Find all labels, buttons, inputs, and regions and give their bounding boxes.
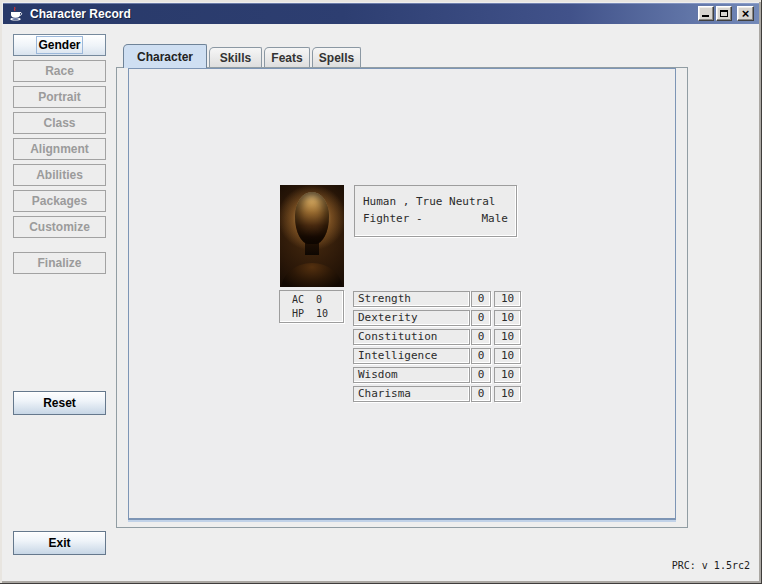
ability-name-cell: Dexterity (353, 310, 470, 326)
ability-name-cell: Intelligence (353, 348, 470, 364)
ability-row-strength: Strength010 (129, 291, 675, 307)
sidebar-button-label: Customize (29, 220, 90, 234)
tab-strip: CharacterSkillsFeatsSpells (123, 44, 363, 67)
character-record-window: Character Record × GenderRacePortraitCla… (0, 0, 762, 584)
ability-row-charisma: Charisma010 (129, 386, 675, 402)
summary-gender: Male (482, 210, 509, 227)
sidebar-button-abilities: Abilities (13, 164, 106, 186)
sidebar-button-packages: Packages (13, 190, 106, 212)
character-summary-box: Human , True Neutral Fighter - Male (354, 185, 517, 237)
sidebar-button-label: Finalize (37, 256, 81, 270)
ability-score-cell: 10 (494, 291, 521, 307)
ability-name-cell: Wisdom (353, 367, 470, 383)
exit-button[interactable]: Exit (13, 531, 106, 555)
ability-score-cell: 10 (494, 310, 521, 326)
ability-name-cell: Constitution (353, 329, 470, 345)
tab-label: Feats (271, 51, 302, 65)
maximize-button[interactable] (716, 6, 732, 21)
sidebar-button-label: Abilities (36, 168, 83, 182)
close-button[interactable]: × (737, 6, 754, 21)
reset-button-label: Reset (43, 396, 76, 410)
ability-score-cell: 10 (494, 348, 521, 364)
ability-row-dexterity: Dexterity010 (129, 310, 675, 326)
sidebar-button-label: Alignment (30, 142, 89, 156)
ability-mod-cell: 0 (471, 386, 491, 402)
ability-mod-cell: 0 (471, 367, 491, 383)
ability-row-constitution: Constitution010 (129, 329, 675, 345)
sidebar-button-customize: Customize (13, 216, 106, 238)
ability-mod-cell: 0 (471, 348, 491, 364)
tab-label: Character (137, 50, 193, 64)
ability-mod-cell: 0 (471, 310, 491, 326)
exit-button-label: Exit (48, 536, 70, 550)
sidebar-button-label: Portrait (38, 90, 81, 104)
sidebar-button-label: Class (43, 116, 75, 130)
minimize-button[interactable] (698, 6, 714, 21)
sidebar-button-portrait: Portrait (13, 86, 106, 108)
sidebar-button-label: Gender (38, 38, 80, 52)
ability-score-cell: 10 (494, 329, 521, 345)
ability-score-cell: 10 (494, 386, 521, 402)
sidebar-button-gender[interactable]: Gender (13, 34, 106, 56)
ability-row-wisdom: Wisdom010 (129, 367, 675, 383)
character-panel: AC0 HP10 Human , True Neutral Fighter - … (128, 68, 676, 520)
window-controls: × (696, 6, 754, 21)
character-portrait-image (280, 185, 344, 287)
minimize-icon (702, 15, 709, 17)
java-coffee-cup-icon (8, 6, 24, 22)
version-label: PRC: v 1.5rc2 (672, 560, 750, 571)
portrait-head-shape (295, 192, 329, 244)
summary-class: Fighter - (363, 210, 423, 227)
maximize-icon (720, 10, 728, 17)
tab-label: Skills (220, 51, 251, 65)
close-icon: × (742, 8, 750, 19)
ability-row-intelligence: Intelligence010 (129, 348, 675, 364)
sidebar-button-label: Packages (32, 194, 87, 208)
tab-character[interactable]: Character (123, 44, 207, 68)
sidebar-button-finalize: Finalize (13, 252, 106, 274)
tab-feats[interactable]: Feats (264, 47, 310, 67)
summary-race-alignment: Human , True Neutral (363, 193, 508, 210)
sidebar-button-alignment: Alignment (13, 138, 106, 160)
reset-button[interactable]: Reset (13, 391, 106, 415)
titlebar[interactable]: Character Record × (3, 3, 759, 24)
ability-name-cell: Charisma (353, 386, 470, 402)
ability-mod-cell: 0 (471, 329, 491, 345)
sidebar-button-label: Race (45, 64, 74, 78)
sidebar-button-class: Class (13, 112, 106, 134)
portrait-shoulders-shape (281, 263, 343, 287)
window-title: Character Record (30, 7, 131, 21)
ability-name-cell: Strength (353, 291, 470, 307)
tab-label: Spells (319, 51, 354, 65)
ability-score-cell: 10 (494, 367, 521, 383)
sidebar-button-race: Race (13, 60, 106, 82)
summary-class-gender: Fighter - Male (363, 210, 508, 227)
tab-spells[interactable]: Spells (312, 47, 361, 67)
tab-skills[interactable]: Skills (209, 47, 262, 67)
ability-mod-cell: 0 (471, 291, 491, 307)
